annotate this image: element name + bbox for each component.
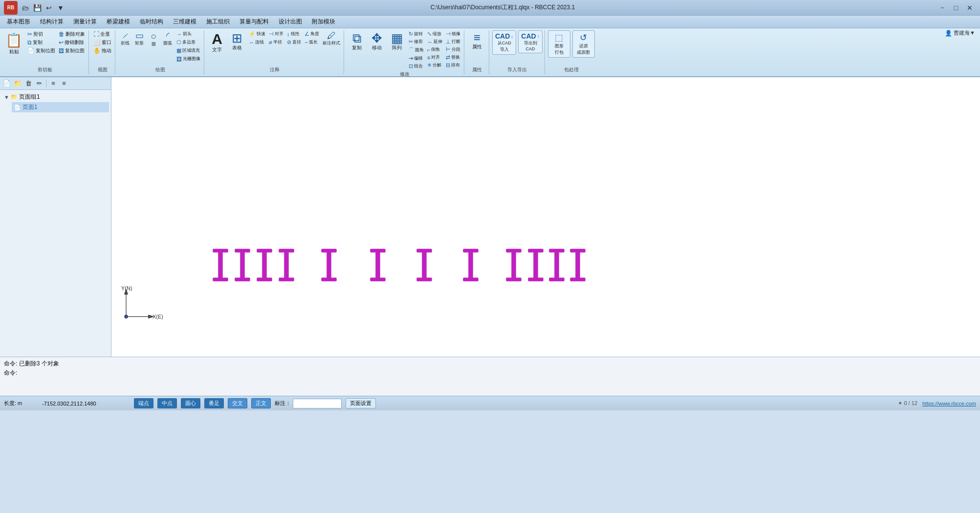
ribbon-section-cad: CAD ↓ 从CAD导入 CAD ↑ 导出到CAD 导入导出 — [490, 30, 545, 74]
continuous-dim-button[interactable]: ↔连续 — [247, 39, 267, 46]
copy-button[interactable]: ⧉复制 — [26, 39, 57, 46]
compose-button[interactable]: ⊡组合 — [407, 63, 425, 70]
copy2-button[interactable]: ⧉ 复制 — [347, 30, 367, 53]
snap-center-button[interactable]: 圆心 — [181, 398, 200, 408]
rotate-button[interactable]: ↻旋转 — [407, 30, 425, 38]
pack-button[interactable]: ⬚ 图形打包 — [548, 30, 570, 58]
fill-button[interactable]: ▦区域填充 — [175, 47, 202, 54]
paste-button[interactable]: 📋 粘贴 — [3, 30, 25, 57]
indent-button[interactable]: ≡ — [48, 79, 58, 88]
align3-button[interactable]: ≡对齐 — [426, 54, 444, 61]
svg-rect-21 — [463, 249, 478, 252]
undo-button[interactable]: ↩ — [44, 3, 54, 13]
chamfer-button[interactable]: ⌐倒角 — [426, 46, 444, 53]
ribbon-section-properties: ≡ 属性 属性 — [465, 30, 489, 74]
halfradius-dim-button[interactable]: ⌀半径 — [267, 39, 285, 46]
tree-group-1[interactable]: ▼ 📁 页面组1 — [2, 92, 109, 102]
restore-button[interactable]: ↺ 还原成原图 — [572, 30, 595, 58]
explode-button[interactable]: ✳分解 — [426, 62, 444, 69]
drag-button[interactable]: ✋拖动 — [92, 47, 113, 55]
distribute-button[interactable]: ⊟排布 — [444, 62, 462, 69]
new-group-button[interactable]: 📁 — [13, 79, 22, 88]
delete-objects-button[interactable]: 🗑删除对象 — [57, 30, 87, 38]
menu-temp-structure[interactable]: 临时结构 — [135, 17, 168, 27]
snap-foot-button[interactable]: 番足 — [204, 398, 224, 408]
page-settings-button[interactable]: 页面设置 — [346, 398, 376, 408]
tree-page-1[interactable]: 📄 页面1 — [12, 102, 109, 112]
cad-import-button[interactable]: CAD ↓ 从CAD导入 — [492, 30, 516, 55]
canvas-area[interactable]: Y(N) X(E) — [111, 77, 980, 357]
menu-measure-calc[interactable]: 测量计算 — [68, 17, 102, 27]
cmd-line-2: 命令: — [4, 368, 976, 378]
menu-quantity[interactable]: 算量与配料 — [235, 17, 274, 27]
delete-page-button[interactable]: 🗑 — [23, 79, 33, 88]
x-axis-label: X(E) — [152, 314, 163, 320]
menu-design-output[interactable]: 设计出图 — [274, 17, 307, 27]
cut-button[interactable]: ✂剪切 — [26, 30, 57, 38]
polyline-button[interactable]: ⟋ 折线 — [118, 30, 132, 47]
menu-construction[interactable]: 施工组织 — [201, 17, 235, 27]
arrow-button[interactable]: →箭头 — [175, 30, 202, 38]
diameter-dim-button[interactable]: ⊘直径 — [285, 39, 303, 46]
properties-button[interactable]: ≡ 属性 — [467, 30, 487, 52]
snap-text-button[interactable]: 正文 — [251, 398, 271, 408]
mark-style-button[interactable]: 🖊 标注样式 — [321, 30, 342, 47]
extend-button[interactable]: ↔延伸 — [426, 38, 444, 45]
linear-dim-button[interactable]: ↕线性 — [285, 30, 303, 38]
svg-rect-3 — [235, 249, 250, 252]
round-button[interactable]: ⌒圆角 — [407, 46, 425, 54]
align-dim-button[interactable]: ⊣对齐 — [267, 30, 285, 38]
svg-rect-14 — [322, 278, 336, 281]
status-bar: 长度: m -7152.0302,2112.1480 端点 中点 圆心 番足 交… — [0, 396, 980, 410]
close-button[interactable]: ✕ — [963, 3, 976, 13]
polygon-button[interactable]: ⬡多边形 — [175, 39, 202, 46]
quick-dim-button[interactable]: ⚡快速 — [247, 30, 267, 38]
trim-button[interactable]: ✂修剪 — [407, 38, 425, 45]
cad-export-button[interactable]: CAD ↑ 导出到CAD — [518, 30, 542, 53]
menu-basic-shapes[interactable]: 基本图形 — [2, 17, 35, 27]
table-button[interactable]: ⊞ 表格 — [227, 30, 247, 53]
maximize-button[interactable]: □ — [950, 3, 962, 13]
outdent-button[interactable]: ≡ — [59, 79, 69, 88]
menu-3d-model[interactable]: 三维建模 — [168, 17, 201, 27]
open-file-button[interactable]: 🗁 — [21, 3, 30, 13]
mirror-button[interactable]: ⊣镜像 — [444, 30, 462, 38]
menu-structure-calc[interactable]: 结构计算 — [35, 17, 68, 27]
minimize-button[interactable]: － — [936, 3, 949, 13]
snap-intersect-button[interactable]: 交文 — [228, 398, 247, 408]
rect-button[interactable]: ▭ 矩形 — [132, 30, 146, 47]
copy-image-button[interactable]: 🖼复制位图 — [57, 47, 87, 55]
undo-delete-button[interactable]: ↩撤销删除 — [57, 39, 87, 46]
scale-button[interactable]: ⤡缩放 — [426, 30, 444, 38]
break-button[interactable]: ⊥打断 — [444, 38, 462, 45]
offset-button[interactable]: ⇥偏移 — [407, 55, 425, 62]
circle-button[interactable]: ○ 圆 — [147, 30, 160, 48]
array-button[interactable]: ▦ 阵列 — [387, 30, 407, 53]
copy-position-button[interactable]: 📄复制位图 — [26, 47, 57, 55]
snap-midpoint-button[interactable]: 中点 — [157, 398, 177, 408]
snap-input[interactable] — [293, 399, 342, 408]
fullscreen-button[interactable]: ⛶全显 — [92, 30, 113, 38]
move-button[interactable]: ✥ 移动 — [367, 30, 387, 53]
angle-dim-button[interactable]: ∠角度 — [303, 30, 321, 38]
replace-button[interactable]: ⇄替换 — [444, 54, 462, 61]
window-view-button[interactable]: ⬜窗口 — [92, 39, 113, 46]
user-area[interactable]: 👤 曹建海▼ — [945, 29, 975, 37]
folder-icon: 📁 — [11, 94, 18, 100]
menu-addon[interactable]: 附加模块 — [307, 17, 340, 27]
save-button[interactable]: 💾 — [32, 3, 42, 13]
svg-rect-6 — [257, 249, 272, 252]
quick-access-dropdown[interactable]: ▼ — [56, 3, 65, 13]
website-link[interactable]: https://www.rbcce.com — [922, 401, 976, 406]
ribbon: 📋 粘贴 ✂剪切 ⧉复制 📄复制位图 🗑删除对象 — [0, 28, 980, 77]
snap-endpoint-button[interactable]: 端点 — [134, 398, 153, 408]
text-button[interactable]: A 文字 — [207, 30, 227, 55]
raster-button[interactable]: 🖼光栅图像 — [175, 55, 202, 63]
rename-button[interactable]: ✏ — [34, 79, 44, 88]
arc-button[interactable]: ◜ 圆弧 — [161, 30, 174, 47]
new-page-button[interactable]: 📄 — [2, 79, 12, 88]
arc-len-button[interactable]: ⌢弧长 — [303, 39, 321, 46]
split-button[interactable]: ⊢分段 — [444, 46, 462, 53]
menu-bridge-model[interactable]: 桥梁建模 — [102, 17, 135, 27]
command-area: 命令: 已删除3 个对象 命令: — [0, 357, 980, 396]
